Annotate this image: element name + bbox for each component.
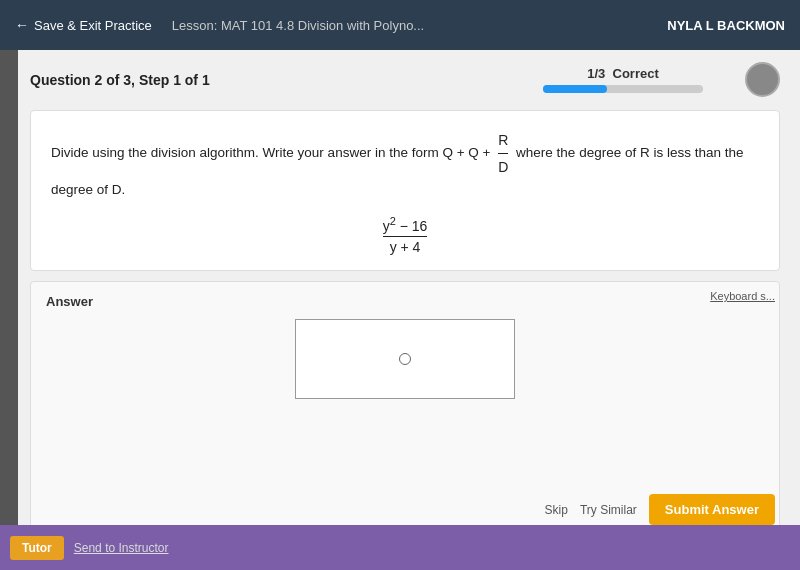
avatar bbox=[745, 62, 780, 97]
top-nav-bar: ← Save & Exit Practice Lesson: MAT 101 4… bbox=[0, 0, 800, 50]
question-card: Divide using the division algorithm. Wri… bbox=[30, 110, 780, 271]
send-instructor-link[interactable]: Send to Instructor bbox=[74, 541, 169, 555]
fraction-denominator: D bbox=[498, 154, 508, 178]
progress-bar-fill bbox=[543, 85, 607, 93]
math-denominator: y + 4 bbox=[390, 237, 421, 255]
save-exit-label: Save & Exit Practice bbox=[34, 18, 152, 33]
try-similar-button[interactable]: Try Similar bbox=[580, 503, 637, 517]
progress-bar bbox=[543, 85, 703, 93]
math-expression: y2 − 16 y + 4 bbox=[51, 215, 759, 255]
submit-answer-button[interactable]: Submit Answer bbox=[649, 494, 775, 525]
question-text: Divide using the division algorithm. Wri… bbox=[51, 129, 759, 200]
question-header: Question 2 of 3, Step 1 of 1 1/3 Correct bbox=[0, 50, 800, 105]
score-label: 1/3 Correct bbox=[587, 66, 659, 81]
keyboard-hint[interactable]: Keyboard s... bbox=[710, 290, 775, 302]
answer-input-box[interactable] bbox=[295, 319, 515, 399]
fraction-rd: R D bbox=[498, 129, 508, 179]
fraction-numerator: R bbox=[498, 129, 508, 154]
question-info: Question 2 of 3, Step 1 of 1 bbox=[30, 72, 210, 88]
instruction-text: Divide using the division algorithm. Wri… bbox=[51, 145, 468, 160]
tutor-button[interactable]: Tutor bbox=[10, 536, 64, 560]
lesson-title: Lesson: MAT 101 4.8 Division with Polyno… bbox=[172, 18, 424, 33]
cursor-indicator bbox=[399, 353, 411, 365]
answer-label: Answer bbox=[46, 294, 764, 309]
main-fraction: y2 − 16 y + 4 bbox=[383, 215, 428, 255]
save-exit-button[interactable]: ← Save & Exit Practice bbox=[15, 17, 152, 33]
bottom-action-bar: Skip Try Similar Submit Answer bbox=[545, 494, 775, 525]
math-numerator: y2 − 16 bbox=[383, 215, 428, 237]
fraction-q: Q + bbox=[468, 145, 494, 160]
main-content: Question 2 of 3, Step 1 of 1 1/3 Correct… bbox=[0, 50, 800, 570]
left-accent-bar bbox=[0, 50, 18, 570]
footer-bar: Tutor Send to Instructor bbox=[0, 525, 800, 570]
user-name: NYLA L BACKMON bbox=[667, 18, 785, 33]
back-arrow-icon: ← bbox=[15, 17, 29, 33]
skip-button[interactable]: Skip bbox=[545, 503, 568, 517]
progress-section: 1/3 Correct bbox=[543, 66, 703, 93]
